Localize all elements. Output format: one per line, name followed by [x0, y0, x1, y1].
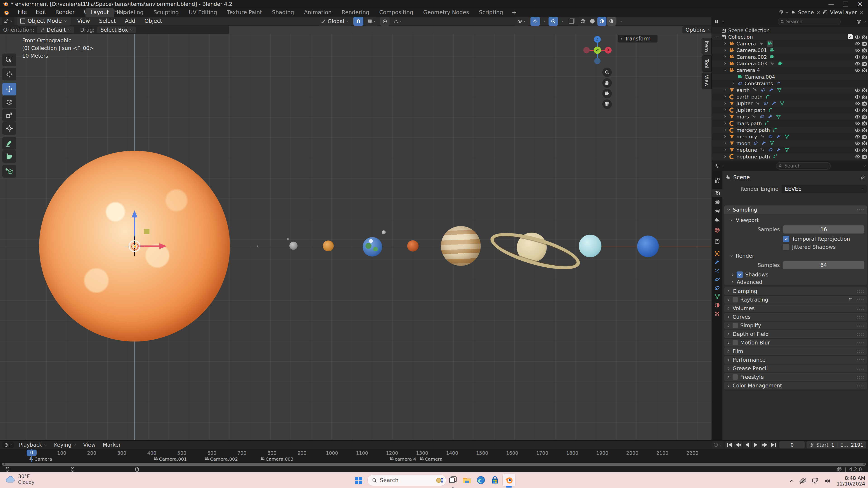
disable-render-icon[interactable]	[862, 128, 867, 133]
scene-selector[interactable]: Scene	[798, 9, 814, 15]
outliner-item-label[interactable]: Camera.002	[736, 54, 767, 60]
timeline-menu-marker[interactable]: Marker	[99, 442, 124, 448]
timeline-marker[interactable]: Camera	[420, 456, 443, 462]
constraint-icon[interactable]	[768, 148, 774, 153]
anim-icon[interactable]	[755, 101, 761, 106]
timeline-marker[interactable]: Camera	[29, 456, 52, 462]
expand-icon[interactable]	[723, 121, 727, 125]
show-gizmo-toggle[interactable]	[530, 17, 540, 26]
nav-axis-x-positive[interactable]: X	[605, 47, 612, 54]
viewport-menu-view[interactable]: View	[73, 18, 94, 24]
viewport-samples-field[interactable]: Samples 16	[724, 225, 867, 233]
shading-wireframe-button[interactable]	[578, 17, 587, 26]
current-frame-chip[interactable]: 0	[27, 450, 37, 456]
hide-viewport-icon[interactable]	[855, 61, 860, 66]
show-overlays-toggle[interactable]	[549, 17, 558, 26]
expand-icon[interactable]	[723, 55, 727, 59]
disable-render-icon[interactable]	[862, 68, 867, 73]
properties-tab-viewlayer[interactable]	[712, 207, 722, 216]
temporal-reprojection-checkbox[interactable]: Temporal Reprojection	[783, 236, 850, 242]
planet-mars[interactable]	[407, 240, 418, 252]
shading-dropdown[interactable]	[618, 17, 624, 26]
expand-icon[interactable]	[723, 88, 727, 92]
gizmo-z-arrowhead[interactable]	[132, 210, 137, 218]
hide-viewport-icon[interactable]	[855, 101, 860, 106]
outliner-item-label[interactable]: Collection	[728, 34, 753, 40]
outliner-search[interactable]: Search	[778, 18, 841, 25]
disable-render-icon[interactable]	[862, 41, 867, 46]
planet-venus[interactable]	[323, 240, 334, 251]
section-clamping[interactable]: Clamping::::	[724, 287, 867, 295]
camdata-icon[interactable]	[778, 61, 783, 66]
curvedata-icon[interactable]	[765, 94, 771, 100]
camdata-icon[interactable]	[770, 54, 775, 60]
cycle-icon[interactable]	[776, 81, 781, 86]
anim-icon[interactable]	[760, 148, 765, 153]
timeline-marker[interactable]: Camera.003	[260, 456, 293, 462]
tool-scale-button[interactable]	[2, 109, 16, 122]
outliner-row[interactable]: Camera.002	[712, 54, 868, 60]
jump-to-start-button[interactable]	[725, 441, 734, 449]
outliner-item-label[interactable]: earth	[736, 88, 750, 93]
outliner-item-label[interactable]: Camera.003	[736, 61, 767, 66]
shading-solid-button[interactable]	[588, 17, 597, 26]
planet-jupiter[interactable]	[441, 226, 481, 266]
section-grease-pencil[interactable]: Grease Pencil::::	[724, 365, 867, 372]
anim-icon[interactable]	[751, 114, 757, 120]
section-performance[interactable]: Performance::::	[724, 356, 867, 364]
disable-render-icon[interactable]	[862, 121, 867, 126]
viewport-3d[interactable]: Object Mode ViewSelectAddObject Global	[0, 17, 712, 440]
outliner-row[interactable]: mars path	[712, 120, 868, 127]
outliner-item-label[interactable]: jupiter	[736, 101, 752, 106]
taskbar-app-task-view[interactable]	[446, 474, 459, 486]
hide-viewport-icon[interactable]	[855, 48, 860, 53]
outliner-row[interactable]: neptune path	[712, 154, 868, 160]
auto-key-button[interactable]	[712, 441, 723, 449]
render-engine-dropdown[interactable]: EEVEE	[782, 185, 867, 193]
nav-camera-view-button[interactable]	[602, 89, 612, 98]
properties-tab-collection[interactable]	[712, 237, 722, 246]
outliner-row[interactable]: mercery path	[712, 127, 868, 133]
planet-neptune[interactable]	[637, 235, 659, 257]
outliner-item-label[interactable]: camera 4	[736, 67, 760, 73]
scene-unlink-icon[interactable]: ×	[816, 9, 820, 15]
hide-viewport-icon[interactable]	[855, 88, 860, 93]
gizmo-x-arrowhead[interactable]	[159, 243, 167, 249]
timeline-scrollbar[interactable]	[2, 463, 866, 466]
tool-add-cube-button[interactable]	[2, 165, 16, 178]
outliner-row[interactable]: jupiter path	[712, 107, 868, 113]
orientation-dropdown[interactable]: Default	[37, 27, 74, 33]
overlays-dropdown[interactable]	[559, 17, 565, 26]
disable-render-icon[interactable]	[862, 54, 867, 60]
tab-sculpting[interactable]: Sculpting	[149, 8, 184, 17]
timeline-menu-view[interactable]: View	[80, 442, 99, 448]
expand-icon[interactable]	[723, 101, 727, 105]
hide-viewport-icon[interactable]	[855, 94, 860, 100]
filter-icon[interactable]	[857, 19, 862, 24]
tab-texture-paint[interactable]: Texture Paint	[222, 8, 267, 17]
collapse-icon[interactable]	[723, 68, 727, 72]
expand-icon[interactable]	[723, 41, 727, 46]
sampling-render-subpanel[interactable]: Render	[730, 253, 754, 259]
hide-viewport-icon[interactable]	[855, 41, 860, 46]
play-button[interactable]	[752, 441, 760, 449]
outliner-item-label[interactable]: jupiter path	[736, 107, 765, 113]
properties-tab-material[interactable]	[712, 301, 722, 310]
outliner-row[interactable]: jupiter	[712, 100, 868, 107]
render-samples-field[interactable]: Samples 64	[724, 261, 867, 269]
shadows-row[interactable]: Shadows	[731, 271, 769, 278]
tool-move-button[interactable]	[2, 83, 16, 95]
outliner-item-label[interactable]: mars path	[736, 121, 762, 126]
outliner-item-label[interactable]: moon	[736, 140, 750, 146]
anim-icon[interactable]	[760, 134, 765, 139]
outliner-item-label[interactable]: earth path	[736, 94, 763, 100]
hide-viewport-icon[interactable]	[855, 121, 860, 126]
wrench-icon[interactable]	[761, 140, 767, 146]
disable-render-icon[interactable]	[862, 88, 867, 93]
planet-mercury[interactable]	[289, 241, 298, 250]
pin-icon[interactable]	[860, 175, 865, 180]
curvedata-icon[interactable]	[765, 121, 770, 126]
hide-viewport-icon[interactable]	[855, 148, 860, 153]
expand-icon[interactable]	[723, 155, 727, 159]
constraint-icon[interactable]	[753, 140, 758, 146]
